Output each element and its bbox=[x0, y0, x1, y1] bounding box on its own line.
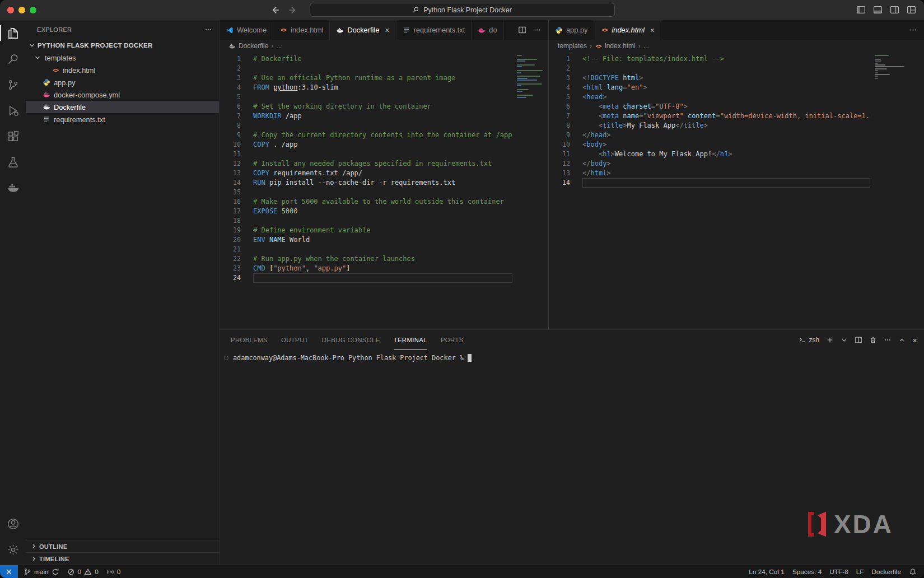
outline-section-header[interactable]: OUTLINE bbox=[26, 540, 219, 552]
code-line-5[interactable]: 5<head> bbox=[549, 92, 924, 102]
file-item-Dockerfile[interactable]: Dockerfile bbox=[26, 101, 219, 113]
code-line-8[interactable]: 8 <title>My Flask App</title> bbox=[549, 121, 924, 130]
new-terminal-button[interactable] bbox=[826, 336, 834, 344]
minimize-window-button[interactable] bbox=[18, 7, 25, 13]
code-line-21[interactable]: 21 bbox=[220, 245, 548, 254]
activity-search-button[interactable] bbox=[0, 46, 26, 72]
close-tab-icon[interactable]: × bbox=[650, 26, 655, 34]
activity-explorer-button[interactable] bbox=[0, 20, 26, 46]
project-root-folder[interactable]: PYTHON FLASK PROJECT DOCKER bbox=[26, 39, 219, 52]
breadcrumb-item[interactable]: templates bbox=[558, 42, 587, 50]
code-line-7[interactable]: 7WORKDIR /app bbox=[220, 111, 548, 121]
code-line-3[interactable]: 3<!DOCTYPE html> bbox=[549, 73, 924, 83]
breadcrumb-item[interactable]: ... bbox=[643, 42, 649, 50]
command-center[interactable]: Python Flask Project Docker bbox=[310, 3, 615, 17]
terminal-profile[interactable]: zsh bbox=[799, 336, 820, 344]
breadcrumb-item[interactable]: <>index.html bbox=[595, 42, 636, 50]
terminal-profile-dropdown[interactable] bbox=[841, 337, 848, 344]
tab-requirements.txt[interactable]: requirements.txt bbox=[396, 20, 472, 40]
terminal-more-actions-button[interactable] bbox=[884, 336, 892, 344]
back-button[interactable] bbox=[270, 5, 280, 15]
problems-indicator[interactable]: 0 0 bbox=[63, 565, 102, 578]
code-line-10[interactable]: 10COPY . /app bbox=[220, 140, 548, 150]
activity-accounts-button[interactable] bbox=[0, 511, 26, 537]
split-editor-button[interactable] bbox=[518, 26, 526, 34]
close-window-button[interactable] bbox=[7, 7, 14, 13]
kill-terminal-button[interactable] bbox=[869, 336, 877, 344]
file-item-templates[interactable]: templates bbox=[26, 52, 219, 64]
code-line-12[interactable]: 12</body> bbox=[549, 159, 924, 169]
code-line-14[interactable]: 14 bbox=[549, 178, 924, 188]
file-item-requirements.txt[interactable]: requirements.txt bbox=[26, 113, 219, 125]
editor-index-html[interactable]: 1<!-- File: templates/index.html -->23<!… bbox=[549, 52, 924, 329]
code-line-2[interactable]: 2 bbox=[549, 64, 924, 73]
code-line-24[interactable]: 24 bbox=[220, 273, 548, 283]
code-line-15[interactable]: 15 bbox=[220, 188, 548, 197]
code-line-19[interactable]: 19# Define environment variable bbox=[220, 226, 548, 235]
tab-Dockerfile[interactable]: Dockerfile× bbox=[330, 20, 396, 40]
code-line-6[interactable]: 6 <meta charset="UTF-8"> bbox=[549, 102, 924, 111]
tab-do[interactable]: do bbox=[472, 20, 503, 40]
panel-tab-OUTPUT[interactable]: OUTPUT bbox=[281, 330, 309, 350]
code-line-13[interactable]: 13</html> bbox=[549, 169, 924, 178]
code-line-20[interactable]: 20ENV NAME World bbox=[220, 235, 548, 245]
panel-tab-TERMINAL[interactable]: TERMINAL bbox=[394, 330, 427, 350]
maximize-panel-button[interactable] bbox=[898, 337, 906, 344]
file-item-app.py[interactable]: app.py bbox=[26, 76, 219, 88]
code-line-2[interactable]: 2 bbox=[220, 64, 548, 73]
code-line-22[interactable]: 22# Run app.py when the container launch… bbox=[220, 254, 548, 264]
code-line-5[interactable]: 5 bbox=[220, 92, 548, 102]
minimap[interactable] bbox=[517, 55, 543, 100]
encoding[interactable]: UTF-8 bbox=[825, 565, 852, 578]
code-line-7[interactable]: 7 <meta name="viewport" content="width=d… bbox=[549, 111, 924, 121]
eol-indicator[interactable]: LF bbox=[852, 565, 868, 578]
panel-tab-DEBUG CONSOLE[interactable]: DEBUG CONSOLE bbox=[322, 330, 380, 350]
branch-indicator[interactable]: main bbox=[20, 565, 63, 578]
code-line-4[interactable]: 4<html lang="en"> bbox=[549, 83, 924, 92]
file-item-docker-compose.yml[interactable]: docker-compose.yml bbox=[26, 88, 219, 101]
code-line-9[interactable]: 9</head> bbox=[549, 130, 924, 140]
tab-app.py[interactable]: app.py bbox=[549, 20, 594, 40]
forward-button[interactable] bbox=[288, 5, 298, 15]
close-tab-icon[interactable]: × bbox=[385, 26, 389, 34]
code-line-3[interactable]: 3# Use an official Python runtime as a p… bbox=[220, 73, 548, 83]
tab-index.html[interactable]: <>index.html bbox=[273, 20, 330, 40]
code-line-13[interactable]: 13COPY requirements.txt /app/ bbox=[220, 169, 548, 178]
code-line-10[interactable]: 10<body> bbox=[549, 140, 924, 150]
code-line-9[interactable]: 9# Copy the current directory contents i… bbox=[220, 130, 548, 140]
breadcrumb-item[interactable]: Dockerfile bbox=[228, 42, 268, 50]
remote-indicator[interactable] bbox=[0, 565, 18, 578]
toggle-primary-sidebar-button[interactable] bbox=[856, 5, 866, 15]
more-button[interactable] bbox=[533, 26, 542, 34]
code-line-6[interactable]: 6# Set the working directory in the cont… bbox=[220, 102, 548, 111]
code-line-23[interactable]: 23CMD ["python", "app.py"] bbox=[220, 264, 548, 273]
code-line-4[interactable]: 4FROM python:3.10-slim bbox=[220, 83, 548, 92]
code-line-12[interactable]: 12# Install any needed packages specifie… bbox=[220, 159, 548, 169]
toggle-secondary-sidebar-button[interactable] bbox=[890, 5, 899, 15]
panel-tab-PROBLEMS[interactable]: PROBLEMS bbox=[231, 330, 268, 350]
explorer-more-actions-button[interactable] bbox=[204, 26, 212, 34]
toggle-panel-button[interactable] bbox=[873, 5, 883, 15]
code-line-11[interactable]: 11 <h1>Welcome to My Flask App!</h1> bbox=[549, 150, 924, 159]
code-line-14[interactable]: 14RUN pip install --no-cache-dir -r requ… bbox=[220, 178, 548, 188]
close-panel-button[interactable]: × bbox=[912, 336, 917, 344]
cursor-position[interactable]: Ln 24, Col 1 bbox=[745, 565, 788, 578]
code-line-16[interactable]: 16# Make port 5000 available to the worl… bbox=[220, 197, 548, 207]
indentation[interactable]: Spaces: 4 bbox=[788, 565, 825, 578]
tab-Welcome[interactable]: Welcome bbox=[220, 20, 273, 40]
code-line-11[interactable]: 11 bbox=[220, 150, 548, 159]
code-line-18[interactable]: 18 bbox=[220, 216, 548, 226]
ports-indicator[interactable]: 0 bbox=[102, 565, 125, 578]
editor-dockerfile[interactable]: 1# Dockerfile23# Use an official Python … bbox=[220, 52, 548, 329]
activity-extensions-button[interactable] bbox=[0, 123, 26, 149]
language-mode[interactable]: Dockerfile bbox=[868, 565, 905, 578]
activity-docker-button[interactable] bbox=[0, 175, 26, 201]
activity-testing-button[interactable] bbox=[0, 149, 26, 175]
activity-run-debug-button[interactable] bbox=[0, 97, 26, 123]
timeline-section-header[interactable]: TIMELINE bbox=[26, 552, 219, 565]
terminal[interactable]: adamconway@Adams-MacBook-Pro Python Flas… bbox=[220, 350, 924, 565]
more-button[interactable] bbox=[909, 26, 917, 34]
notifications[interactable] bbox=[905, 565, 921, 578]
customize-layout-button[interactable] bbox=[907, 5, 916, 15]
code-line-1[interactable]: 1# Dockerfile bbox=[220, 54, 548, 64]
